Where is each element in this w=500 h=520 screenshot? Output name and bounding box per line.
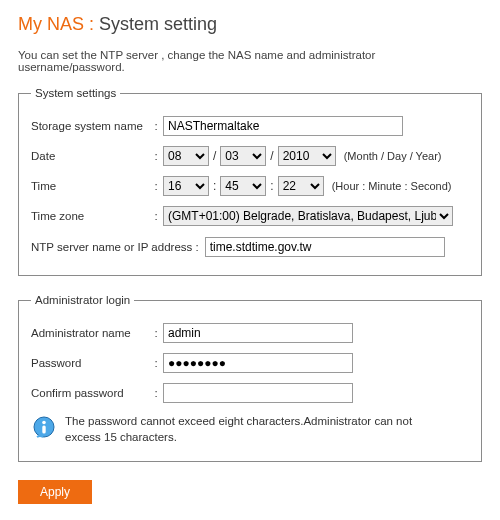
date-hint: (Month / Day / Year) <box>344 150 442 162</box>
time-label: Time <box>31 179 149 193</box>
label-colon: : <box>149 210 163 222</box>
title-page: System setting <box>99 14 217 34</box>
admin-name-label: Administrator name <box>31 326 149 340</box>
password-row: Password : <box>31 348 469 378</box>
password-label: Password <box>31 356 149 370</box>
time-row: Time : 16 : 45 : 22 (Hour : Minute : Sec… <box>31 171 469 201</box>
admin-login-legend: Administrator login <box>31 294 134 306</box>
storage-name-input[interactable] <box>163 116 403 136</box>
page-title: My NAS : System setting <box>18 14 482 35</box>
label-colon: : <box>149 357 163 369</box>
password-info: The password cannot exceed eight charact… <box>31 414 469 445</box>
confirm-password-input[interactable] <box>163 383 353 403</box>
time-separator: : <box>270 179 273 193</box>
date-month-select[interactable]: 08 <box>163 146 209 166</box>
ntp-server-input[interactable] <box>205 237 445 257</box>
label-colon: : <box>149 150 163 162</box>
timezone-row: Time zone : (GMT+01:00) Belgrade, Bratis… <box>31 201 469 231</box>
label-colon: : <box>149 327 163 339</box>
date-day-select[interactable]: 03 <box>220 146 266 166</box>
date-row: Date : 08 / 03 / 2010 (Month / Day / Yea… <box>31 141 469 171</box>
apply-button[interactable]: Apply <box>18 480 92 504</box>
admin-name-row: Administrator name : <box>31 318 469 348</box>
ntp-label: NTP server name or IP address : <box>31 241 199 253</box>
label-colon: : <box>149 387 163 399</box>
date-label: Date <box>31 149 149 163</box>
system-settings-group: System settings Storage system name : Da… <box>18 87 482 276</box>
timezone-label: Time zone <box>31 209 149 223</box>
time-second-select[interactable]: 22 <box>278 176 324 196</box>
date-year-select[interactable]: 2010 <box>278 146 336 166</box>
time-separator: : <box>213 179 216 193</box>
date-separator: / <box>270 149 273 163</box>
admin-login-group: Administrator login Administrator name :… <box>18 294 482 462</box>
info-icon <box>31 415 57 444</box>
system-settings-legend: System settings <box>31 87 120 99</box>
confirm-password-row: Confirm password : <box>31 378 469 408</box>
password-input[interactable] <box>163 353 353 373</box>
date-separator: / <box>213 149 216 163</box>
page-description: You can set the NTP server , change the … <box>18 49 482 73</box>
svg-rect-2 <box>42 426 45 434</box>
timezone-select[interactable]: (GMT+01:00) Belgrade, Bratislava, Budape… <box>163 206 453 226</box>
time-minute-select[interactable]: 45 <box>220 176 266 196</box>
time-hour-select[interactable]: 16 <box>163 176 209 196</box>
title-sep: : <box>89 14 94 34</box>
password-info-text: The password cannot exceed eight charact… <box>65 414 445 445</box>
label-colon: : <box>149 120 163 132</box>
time-hint: (Hour : Minute : Second) <box>332 180 452 192</box>
confirm-password-label: Confirm password <box>31 386 149 400</box>
admin-name-input[interactable] <box>163 323 353 343</box>
svg-point-1 <box>42 421 46 425</box>
ntp-row: NTP server name or IP address : <box>31 231 469 259</box>
title-brand: My NAS <box>18 14 84 34</box>
label-colon: : <box>149 180 163 192</box>
storage-name-label: Storage system name <box>31 119 149 133</box>
storage-name-row: Storage system name : <box>31 111 469 141</box>
